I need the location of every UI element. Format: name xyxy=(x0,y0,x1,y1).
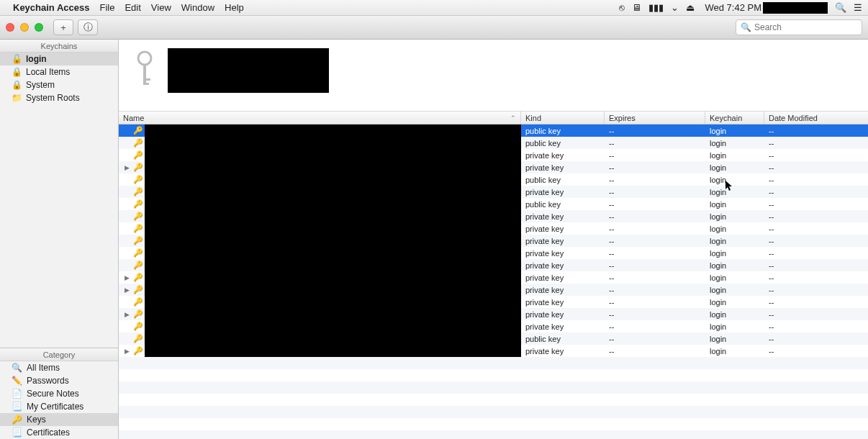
column-header-expires[interactable]: Expires xyxy=(605,112,705,124)
disclosure-triangle-icon[interactable]: ▶ xyxy=(123,348,130,355)
sidebar-category-item[interactable]: 📃Certificates xyxy=(0,426,118,439)
table-row[interactable]: 🔑private key--login-- xyxy=(119,149,868,161)
cell-keychain: login xyxy=(705,212,764,221)
disclosure-triangle-icon[interactable]: ▶ xyxy=(123,311,130,318)
table-row[interactable]: 🔑private key--login-- xyxy=(119,247,868,259)
cell-keychain: login xyxy=(705,322,764,331)
key-row-icon: 🔑 xyxy=(133,309,142,319)
app-menu[interactable]: Keychain Access xyxy=(13,2,89,13)
menu-window[interactable]: Window xyxy=(181,2,214,13)
cell-kind: private key xyxy=(521,225,605,233)
cell-kind: private key xyxy=(521,347,605,356)
cell-modified: -- xyxy=(764,127,868,135)
redacted-name xyxy=(145,173,521,186)
detail-pane xyxy=(119,40,868,112)
table-row[interactable]: 🔑public key--login-- xyxy=(119,137,868,149)
window-controls xyxy=(6,23,43,32)
sidebar-category-item[interactable]: ✏️Passwords xyxy=(0,374,118,387)
sidebar-keychain-item[interactable]: 🔒Local Items xyxy=(0,65,118,78)
info-button[interactable]: ⓘ xyxy=(78,19,98,35)
cell-keychain: login xyxy=(705,273,764,282)
column-header-modified[interactable]: Date Modified xyxy=(764,112,868,124)
cell-keychain: login xyxy=(705,151,764,160)
table-row[interactable]: ▶🔑private key--login-- xyxy=(119,271,868,284)
table-row[interactable]: 🔑private key--login-- xyxy=(119,186,868,198)
cell-expires: -- xyxy=(605,212,705,221)
redacted-name xyxy=(145,222,521,235)
eject-icon[interactable]: ⏏ xyxy=(686,2,695,13)
cell-modified: -- xyxy=(764,249,868,258)
keychain-icon: 🔓 xyxy=(12,54,22,64)
menu-file[interactable]: File xyxy=(99,2,114,13)
cell-modified: -- xyxy=(764,261,868,270)
menu-help[interactable]: Help xyxy=(225,2,244,13)
table-row[interactable]: 🔑private key--login-- xyxy=(119,210,868,222)
display-icon[interactable]: 🖥 xyxy=(632,2,641,13)
table-row[interactable]: ▶🔑private key--login-- xyxy=(119,284,868,296)
table-row[interactable]: ▶🔑private key--login-- xyxy=(119,345,868,357)
column-header-name[interactable]: Name⌃ xyxy=(119,112,521,124)
table-row[interactable]: ▶🔑private key--login-- xyxy=(119,161,868,173)
spotlight-icon[interactable]: 🔍 xyxy=(835,2,846,13)
notification-center-icon[interactable]: ☰ xyxy=(854,2,862,13)
add-button[interactable]: + xyxy=(53,19,73,35)
cell-modified: -- xyxy=(764,347,868,356)
disclosure-triangle-icon[interactable]: ▶ xyxy=(123,286,130,294)
main-pane: Name⌃ Kind Expires Keychain Date Modifie… xyxy=(119,40,868,439)
table-row[interactable]: 🔑public key--login-- xyxy=(119,173,868,186)
cell-kind: private key xyxy=(521,273,605,282)
battery-icon[interactable]: ▮▮▮ xyxy=(648,2,664,13)
key-row-icon: 🔑 xyxy=(133,212,142,221)
redacted-name xyxy=(145,137,521,149)
table-row[interactable]: 🔑private key--login-- xyxy=(119,235,868,247)
sidebar-item-label: System xyxy=(26,80,55,90)
cell-keychain: login xyxy=(705,237,764,245)
sidebar-category-item[interactable]: 📄Secure Notes xyxy=(0,387,118,400)
disclosure-triangle-icon[interactable]: ▶ xyxy=(123,164,130,171)
sidebar-item-label: Keys xyxy=(27,415,46,425)
teamviewer-icon[interactable]: ⎋ xyxy=(619,2,625,13)
column-header-keychain[interactable]: Keychain xyxy=(705,112,764,124)
key-row-icon: 🔑 xyxy=(133,334,142,343)
sidebar-keychain-item[interactable]: 🔒System xyxy=(0,78,118,91)
sidebar-category-item[interactable]: 📃My Certificates xyxy=(0,400,118,413)
menubar-clock[interactable]: Wed 7:42 PM xyxy=(705,2,761,13)
sidebar-keychain-item[interactable]: 🔓login xyxy=(0,53,118,65)
table-row[interactable]: 🔑public key--login-- xyxy=(119,332,868,345)
key-row-icon: 🔑 xyxy=(133,236,142,245)
cell-keychain: login xyxy=(705,200,764,209)
table-row[interactable]: 🔑private key--login-- xyxy=(119,259,868,271)
category-icon: 📃 xyxy=(12,402,22,412)
sidebar-category-item[interactable]: 🔑Keys xyxy=(0,413,118,426)
minimize-button[interactable] xyxy=(20,23,29,32)
table-row[interactable]: 🔑public key--login-- xyxy=(119,198,868,210)
sidebar-item-label: System Roots xyxy=(26,93,80,103)
cell-modified: -- xyxy=(764,139,868,148)
cell-kind: private key xyxy=(521,151,605,160)
column-header-kind[interactable]: Kind xyxy=(521,112,605,124)
redacted-name xyxy=(145,247,521,259)
search-field[interactable]: 🔍 xyxy=(736,19,862,35)
table-row[interactable]: 🔑public key--login-- xyxy=(119,125,868,137)
close-button[interactable] xyxy=(6,23,14,32)
table-row[interactable]: ▶🔑private key--login-- xyxy=(119,308,868,320)
menu-view[interactable]: View xyxy=(151,2,171,13)
disclosure-triangle-icon[interactable]: ▶ xyxy=(123,274,130,281)
cell-kind: public key xyxy=(521,335,605,343)
menu-edit[interactable]: Edit xyxy=(125,2,140,13)
cell-keychain: login xyxy=(705,249,764,258)
wifi-icon[interactable]: ⌄ xyxy=(671,2,679,13)
search-input[interactable] xyxy=(754,22,862,32)
zoom-button[interactable] xyxy=(35,23,43,32)
sidebar-keychain-item[interactable]: 📁System Roots xyxy=(0,91,118,104)
redacted-name xyxy=(145,284,521,296)
table-row[interactable]: 🔑private key--login-- xyxy=(119,320,868,332)
table-row[interactable]: 🔑private key--login-- xyxy=(119,296,868,308)
cell-kind: private key xyxy=(521,310,605,319)
sidebar-category-item[interactable]: 🔍All Items xyxy=(0,361,118,374)
table-row[interactable]: 🔑private key--login-- xyxy=(119,222,868,235)
key-row-icon: 🔑 xyxy=(133,199,142,209)
svg-rect-1 xyxy=(143,64,146,84)
sort-indicator-icon: ⌃ xyxy=(510,114,516,122)
table-body[interactable]: 🔑public key--login--🔑public key--login--… xyxy=(119,125,868,439)
